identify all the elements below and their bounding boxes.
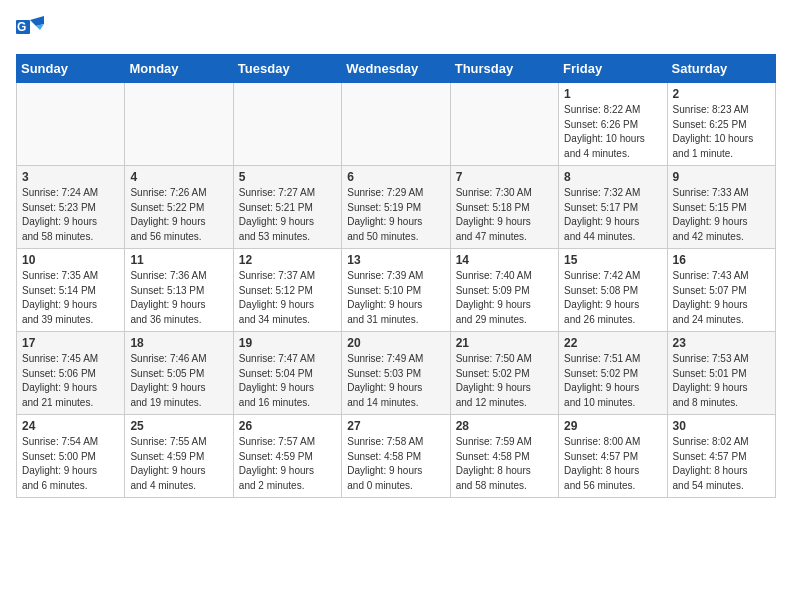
day-info: Sunrise: 7:30 AM Sunset: 5:18 PM Dayligh… — [456, 186, 553, 244]
calendar-day-cell: 6Sunrise: 7:29 AM Sunset: 5:19 PM Daylig… — [342, 166, 450, 249]
day-info: Sunrise: 7:26 AM Sunset: 5:22 PM Dayligh… — [130, 186, 227, 244]
calendar-day-cell: 13Sunrise: 7:39 AM Sunset: 5:10 PM Dayli… — [342, 249, 450, 332]
calendar-day-cell: 8Sunrise: 7:32 AM Sunset: 5:17 PM Daylig… — [559, 166, 667, 249]
day-info: Sunrise: 7:57 AM Sunset: 4:59 PM Dayligh… — [239, 435, 336, 493]
day-number: 12 — [239, 253, 336, 267]
day-info: Sunrise: 7:24 AM Sunset: 5:23 PM Dayligh… — [22, 186, 119, 244]
calendar-day-cell: 22Sunrise: 7:51 AM Sunset: 5:02 PM Dayli… — [559, 332, 667, 415]
calendar-day-cell: 10Sunrise: 7:35 AM Sunset: 5:14 PM Dayli… — [17, 249, 125, 332]
day-number: 4 — [130, 170, 227, 184]
weekday-header: Wednesday — [342, 55, 450, 83]
day-info: Sunrise: 7:33 AM Sunset: 5:15 PM Dayligh… — [673, 186, 770, 244]
day-number: 21 — [456, 336, 553, 350]
day-info: Sunrise: 7:50 AM Sunset: 5:02 PM Dayligh… — [456, 352, 553, 410]
calendar-day-cell: 20Sunrise: 7:49 AM Sunset: 5:03 PM Dayli… — [342, 332, 450, 415]
day-info: Sunrise: 7:59 AM Sunset: 4:58 PM Dayligh… — [456, 435, 553, 493]
weekday-header: Thursday — [450, 55, 558, 83]
day-number: 20 — [347, 336, 444, 350]
day-number: 10 — [22, 253, 119, 267]
calendar-table: SundayMondayTuesdayWednesdayThursdayFrid… — [16, 54, 776, 498]
day-info: Sunrise: 7:49 AM Sunset: 5:03 PM Dayligh… — [347, 352, 444, 410]
logo: G — [16, 16, 50, 44]
day-number: 3 — [22, 170, 119, 184]
day-info: Sunrise: 7:46 AM Sunset: 5:05 PM Dayligh… — [130, 352, 227, 410]
day-number: 24 — [22, 419, 119, 433]
day-info: Sunrise: 7:51 AM Sunset: 5:02 PM Dayligh… — [564, 352, 661, 410]
day-number: 28 — [456, 419, 553, 433]
day-info: Sunrise: 7:43 AM Sunset: 5:07 PM Dayligh… — [673, 269, 770, 327]
day-info: Sunrise: 8:00 AM Sunset: 4:57 PM Dayligh… — [564, 435, 661, 493]
day-info: Sunrise: 7:54 AM Sunset: 5:00 PM Dayligh… — [22, 435, 119, 493]
day-info: Sunrise: 7:35 AM Sunset: 5:14 PM Dayligh… — [22, 269, 119, 327]
calendar-day-cell: 16Sunrise: 7:43 AM Sunset: 5:07 PM Dayli… — [667, 249, 775, 332]
weekday-header: Monday — [125, 55, 233, 83]
calendar-day-cell: 14Sunrise: 7:40 AM Sunset: 5:09 PM Dayli… — [450, 249, 558, 332]
day-info: Sunrise: 7:58 AM Sunset: 4:58 PM Dayligh… — [347, 435, 444, 493]
calendar-day-cell: 25Sunrise: 7:55 AM Sunset: 4:59 PM Dayli… — [125, 415, 233, 498]
day-number: 16 — [673, 253, 770, 267]
calendar-day-cell: 24Sunrise: 7:54 AM Sunset: 5:00 PM Dayli… — [17, 415, 125, 498]
day-number: 23 — [673, 336, 770, 350]
day-number: 6 — [347, 170, 444, 184]
day-info: Sunrise: 7:53 AM Sunset: 5:01 PM Dayligh… — [673, 352, 770, 410]
day-info: Sunrise: 7:55 AM Sunset: 4:59 PM Dayligh… — [130, 435, 227, 493]
day-number: 11 — [130, 253, 227, 267]
day-number: 5 — [239, 170, 336, 184]
day-info: Sunrise: 7:32 AM Sunset: 5:17 PM Dayligh… — [564, 186, 661, 244]
calendar-day-cell: 19Sunrise: 7:47 AM Sunset: 5:04 PM Dayli… — [233, 332, 341, 415]
page-header: G — [16, 16, 776, 44]
weekday-header: Tuesday — [233, 55, 341, 83]
day-info: Sunrise: 7:40 AM Sunset: 5:09 PM Dayligh… — [456, 269, 553, 327]
day-info: Sunrise: 7:27 AM Sunset: 5:21 PM Dayligh… — [239, 186, 336, 244]
calendar-week-row: 1Sunrise: 8:22 AM Sunset: 6:26 PM Daylig… — [17, 83, 776, 166]
day-number: 14 — [456, 253, 553, 267]
day-number: 29 — [564, 419, 661, 433]
calendar-day-cell: 7Sunrise: 7:30 AM Sunset: 5:18 PM Daylig… — [450, 166, 558, 249]
day-info: Sunrise: 8:23 AM Sunset: 6:25 PM Dayligh… — [673, 103, 770, 161]
day-number: 27 — [347, 419, 444, 433]
calendar-day-cell: 17Sunrise: 7:45 AM Sunset: 5:06 PM Dayli… — [17, 332, 125, 415]
day-number: 19 — [239, 336, 336, 350]
calendar-day-cell: 1Sunrise: 8:22 AM Sunset: 6:26 PM Daylig… — [559, 83, 667, 166]
calendar-day-cell: 18Sunrise: 7:46 AM Sunset: 5:05 PM Dayli… — [125, 332, 233, 415]
calendar-day-cell — [450, 83, 558, 166]
day-number: 26 — [239, 419, 336, 433]
calendar-day-cell: 28Sunrise: 7:59 AM Sunset: 4:58 PM Dayli… — [450, 415, 558, 498]
calendar-day-cell: 26Sunrise: 7:57 AM Sunset: 4:59 PM Dayli… — [233, 415, 341, 498]
weekday-header: Friday — [559, 55, 667, 83]
calendar-day-cell — [125, 83, 233, 166]
day-number: 7 — [456, 170, 553, 184]
calendar-day-cell: 2Sunrise: 8:23 AM Sunset: 6:25 PM Daylig… — [667, 83, 775, 166]
day-number: 8 — [564, 170, 661, 184]
calendar-day-cell — [342, 83, 450, 166]
calendar-day-cell: 21Sunrise: 7:50 AM Sunset: 5:02 PM Dayli… — [450, 332, 558, 415]
svg-text:G: G — [17, 20, 26, 34]
weekday-header: Saturday — [667, 55, 775, 83]
day-number: 22 — [564, 336, 661, 350]
calendar-day-cell — [233, 83, 341, 166]
calendar-day-cell: 30Sunrise: 8:02 AM Sunset: 4:57 PM Dayli… — [667, 415, 775, 498]
day-info: Sunrise: 8:02 AM Sunset: 4:57 PM Dayligh… — [673, 435, 770, 493]
calendar-week-row: 3Sunrise: 7:24 AM Sunset: 5:23 PM Daylig… — [17, 166, 776, 249]
calendar-day-cell: 23Sunrise: 7:53 AM Sunset: 5:01 PM Dayli… — [667, 332, 775, 415]
day-number: 30 — [673, 419, 770, 433]
calendar-day-cell — [17, 83, 125, 166]
calendar-week-row: 10Sunrise: 7:35 AM Sunset: 5:14 PM Dayli… — [17, 249, 776, 332]
calendar-day-cell: 12Sunrise: 7:37 AM Sunset: 5:12 PM Dayli… — [233, 249, 341, 332]
day-info: Sunrise: 7:47 AM Sunset: 5:04 PM Dayligh… — [239, 352, 336, 410]
day-number: 13 — [347, 253, 444, 267]
day-info: Sunrise: 7:45 AM Sunset: 5:06 PM Dayligh… — [22, 352, 119, 410]
svg-marker-2 — [30, 16, 44, 26]
day-info: Sunrise: 7:36 AM Sunset: 5:13 PM Dayligh… — [130, 269, 227, 327]
day-number: 1 — [564, 87, 661, 101]
day-info: Sunrise: 7:29 AM Sunset: 5:19 PM Dayligh… — [347, 186, 444, 244]
day-info: Sunrise: 8:22 AM Sunset: 6:26 PM Dayligh… — [564, 103, 661, 161]
day-info: Sunrise: 7:37 AM Sunset: 5:12 PM Dayligh… — [239, 269, 336, 327]
calendar-week-row: 17Sunrise: 7:45 AM Sunset: 5:06 PM Dayli… — [17, 332, 776, 415]
day-number: 9 — [673, 170, 770, 184]
day-info: Sunrise: 7:42 AM Sunset: 5:08 PM Dayligh… — [564, 269, 661, 327]
calendar-day-cell: 29Sunrise: 8:00 AM Sunset: 4:57 PM Dayli… — [559, 415, 667, 498]
calendar-day-cell: 27Sunrise: 7:58 AM Sunset: 4:58 PM Dayli… — [342, 415, 450, 498]
calendar-day-cell: 5Sunrise: 7:27 AM Sunset: 5:21 PM Daylig… — [233, 166, 341, 249]
weekday-header: Sunday — [17, 55, 125, 83]
